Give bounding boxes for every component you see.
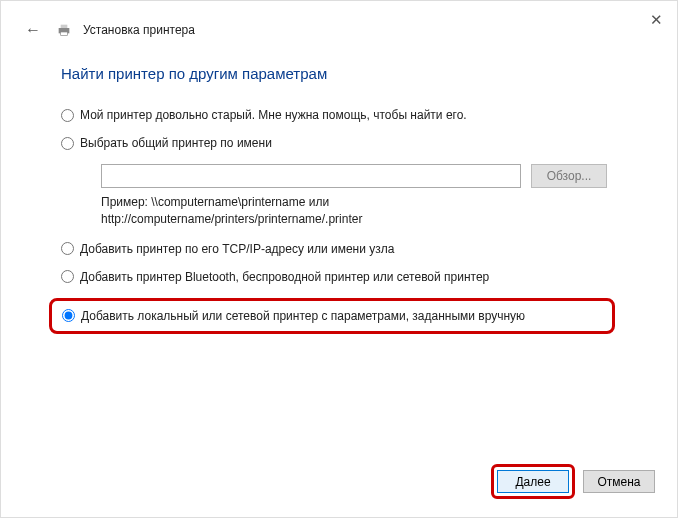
example-line-2: http://computername/printers/printername…: [101, 211, 631, 228]
next-button-highlight: Далее: [491, 464, 575, 499]
example-line-1: Пример: \\computername\printername или: [101, 194, 631, 211]
option-bluetooth-label: Добавить принтер Bluetooth, беспроводной…: [80, 270, 489, 284]
option-bluetooth[interactable]: Добавить принтер Bluetooth, беспроводной…: [61, 270, 631, 284]
radio-tcpip[interactable]: [61, 242, 74, 255]
window-title: Установка принтера: [83, 23, 195, 37]
example-text: Пример: \\computername\printername или h…: [101, 194, 631, 228]
cancel-button[interactable]: Отмена: [583, 470, 655, 493]
printer-name-input[interactable]: [101, 164, 521, 188]
close-icon[interactable]: ✕: [650, 11, 663, 29]
footer-buttons: Далее Отмена: [491, 464, 655, 499]
page-heading: Найти принтер по другим параметрам: [61, 65, 631, 82]
option-tcpip-label: Добавить принтер по его TCP/IP-адресу ил…: [80, 242, 394, 256]
option-old-printer[interactable]: Мой принтер довольно старый. Мне нужна п…: [61, 108, 631, 122]
printer-icon: [55, 22, 73, 38]
radio-bluetooth[interactable]: [61, 270, 74, 283]
option-old-printer-label: Мой принтер довольно старый. Мне нужна п…: [80, 108, 467, 122]
svg-rect-1: [61, 25, 68, 28]
svg-rect-2: [61, 32, 68, 35]
radio-old-printer[interactable]: [61, 109, 74, 122]
option-manual-label: Добавить локальный или сетевой принтер с…: [81, 309, 525, 323]
next-button[interactable]: Далее: [497, 470, 569, 493]
shared-name-row: Обзор...: [101, 164, 631, 188]
option-tcpip[interactable]: Добавить принтер по его TCP/IP-адресу ил…: [61, 242, 631, 256]
option-manual-highlight: Добавить локальный или сетевой принтер с…: [49, 298, 615, 334]
back-arrow-icon[interactable]: ←: [21, 17, 45, 43]
option-shared-printer-label: Выбрать общий принтер по имени: [80, 136, 272, 150]
wizard-header: ← Установка принтера: [1, 1, 677, 51]
option-shared-printer[interactable]: Выбрать общий принтер по имени: [61, 136, 631, 150]
radio-shared-printer[interactable]: [61, 137, 74, 150]
content-area: Найти принтер по другим параметрам Мой п…: [1, 51, 677, 334]
browse-button: Обзор...: [531, 164, 607, 188]
radio-manual[interactable]: [62, 309, 75, 322]
